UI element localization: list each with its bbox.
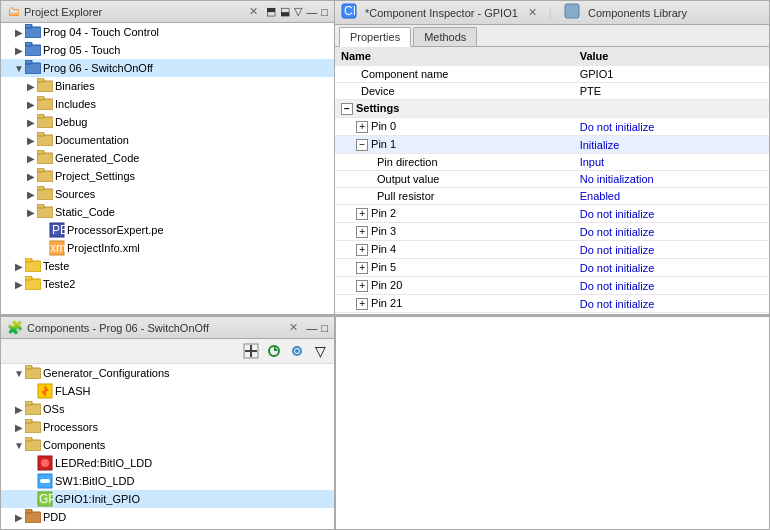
toggle[interactable]: ▶ [25, 207, 37, 218]
add-comp-button[interactable] [241, 341, 261, 361]
close-icon[interactable]: ✕ [249, 5, 258, 18]
folder-light-icon [37, 150, 53, 166]
tree-item-prog06[interactable]: ▼ Prog 06 - SwitchOnOff [1, 59, 334, 77]
toggle[interactable]: ▶ [13, 279, 25, 290]
toolbar-icon2[interactable]: ⬓ [280, 5, 290, 18]
svg-rect-18 [37, 189, 53, 200]
tree-item-processors[interactable]: ▶ Processors [1, 418, 334, 436]
toggle[interactable]: ▶ [25, 189, 37, 200]
table-row[interactable]: +Pin 21 Do not initialize [335, 295, 769, 313]
toggle[interactable]: ▶ [13, 45, 25, 56]
tree-item-led[interactable]: LEDRed:BitIO_LDD [1, 454, 334, 472]
toggle[interactable]: ▶ [13, 27, 25, 38]
tree-item-project-settings[interactable]: ▶ Project_Settings [1, 167, 334, 185]
tree-label: Prog 05 - Touch [43, 44, 120, 56]
comp-toolbar-icon2[interactable]: □ [321, 322, 328, 334]
toggle[interactable]: ▼ [13, 440, 25, 451]
toolbar-icon4[interactable]: — [306, 6, 317, 18]
subsection-toggle-pin4[interactable]: + [356, 244, 368, 256]
prop-name: +Pin 5 [335, 259, 574, 277]
tree-item-static-code[interactable]: ▶ Static_Code [1, 203, 334, 221]
close-inspector-icon[interactable]: ✕ [528, 6, 537, 19]
toggle[interactable]: ▼ [13, 368, 25, 379]
prop-value: Do not initialize [574, 205, 769, 223]
tree-item-gen-conf[interactable]: ▼ Generator_Configurations [1, 364, 334, 382]
table-row[interactable]: −Pin 1 Initialize [335, 136, 769, 154]
components-toolbar: ▽ [1, 339, 334, 364]
table-row[interactable]: Output value No initialization [335, 171, 769, 188]
toggle[interactable]: ▼ [13, 63, 25, 74]
bottom-row: 🧩 Components - Prog 06 - SwitchOnOff ✕ —… [0, 315, 770, 530]
subsection-toggle-pin21[interactable]: + [356, 298, 368, 310]
toggle[interactable]: ▶ [25, 99, 37, 110]
tree-item-teste[interactable]: ▶ Teste [1, 257, 334, 275]
table-row[interactable]: +Pin 22 Do not initialize [335, 313, 769, 315]
toolbar-icon3[interactable]: ▽ [294, 5, 302, 18]
table-row[interactable]: +Pin 2 Do not initialize [335, 205, 769, 223]
table-row[interactable]: Component name GPIO1 [335, 66, 769, 83]
subsection-toggle-pin2[interactable]: + [356, 208, 368, 220]
toolbar-icon1[interactable]: ⬒ [266, 5, 276, 18]
table-row[interactable]: +Pin 4 Do not initialize [335, 241, 769, 259]
table-row[interactable]: +Pin 0 Do not initialize [335, 118, 769, 136]
tab-methods[interactable]: Methods [413, 27, 477, 46]
svg-rect-11 [37, 114, 44, 118]
tree-item-documentation[interactable]: ▶ Documentation [1, 131, 334, 149]
settings-comp-button[interactable] [287, 341, 307, 361]
table-row[interactable]: Pull resistor Enabled [335, 188, 769, 205]
toggle[interactable]: ▶ [25, 81, 37, 92]
project-icon: 🗂 [7, 4, 20, 19]
table-row[interactable]: Pin direction Input [335, 154, 769, 171]
tree-item-components[interactable]: ▼ Components [1, 436, 334, 454]
toggle[interactable]: ▶ [13, 422, 25, 433]
ci-header: CI *Component Inspector - GPIO1 ✕ | Comp… [335, 1, 769, 25]
tree-item-debug[interactable]: ▶ Debug [1, 113, 334, 131]
subsection-toggle-pin1[interactable]: − [356, 139, 368, 151]
subsection-toggle-pin20[interactable]: + [356, 280, 368, 292]
components-panel: 🧩 Components - Prog 06 - SwitchOnOff ✕ —… [0, 316, 335, 530]
tree-item-teste2[interactable]: ▶ Teste2 [1, 275, 334, 293]
prop-name: Component name [335, 66, 574, 83]
table-row[interactable]: +Pin 20 Do not initialize [335, 277, 769, 295]
prop-value: PTE [574, 83, 769, 100]
tree-item-sw1[interactable]: SW1:BitIO_LDD [1, 472, 334, 490]
close-comp-icon[interactable]: ✕ [289, 321, 298, 334]
table-row[interactable]: Device PTE [335, 83, 769, 100]
tree-item-includes[interactable]: ▶ Includes [1, 95, 334, 113]
toggle[interactable]: ▶ [25, 171, 37, 182]
tree-item-sources[interactable]: ▶ Sources [1, 185, 334, 203]
comp-toolbar-icon1[interactable]: — [306, 322, 317, 334]
subsection-toggle-pin3[interactable]: + [356, 226, 368, 238]
tree-item-prog04[interactable]: ▶ Prog 04 - Touch Control [1, 23, 334, 41]
refresh-comp-button[interactable] [264, 341, 284, 361]
menu-comp-button[interactable]: ▽ [310, 341, 330, 361]
tree-item-pe[interactable]: PE ProcessorExpert.pe [1, 221, 334, 239]
table-row[interactable]: +Pin 3 Do not initialize [335, 223, 769, 241]
prop-value: Do not initialize [574, 223, 769, 241]
tree-item-projectinfo[interactable]: xml ProjectInfo.xml [1, 239, 334, 257]
section-toggle-settings[interactable]: − [341, 103, 353, 115]
toggle[interactable]: ▶ [25, 135, 37, 146]
tree-item-oss[interactable]: ▶ OSs [1, 400, 334, 418]
inspector-title: *Component Inspector - GPIO1 [365, 7, 518, 19]
toggle[interactable]: ▶ [13, 512, 25, 523]
toggle[interactable]: ▶ [13, 404, 25, 415]
tree-item-pdd[interactable]: ▶ PDD [1, 508, 334, 526]
table-row[interactable]: +Pin 5 Do not initialize [335, 259, 769, 277]
tab-properties[interactable]: Properties [339, 27, 411, 47]
toggle[interactable]: ▶ [25, 153, 37, 164]
folder-blue-icon [25, 24, 41, 40]
subsection-toggle-pin5[interactable]: + [356, 262, 368, 274]
toggle[interactable]: ▶ [13, 261, 25, 272]
tree-item-generated-code[interactable]: ▶ Generated_Code [1, 149, 334, 167]
folder-light-icon [25, 401, 41, 417]
folder-blue-icon [25, 42, 41, 58]
tree-item-prog05[interactable]: ▶ Prog 05 - Touch [1, 41, 334, 59]
tree-item-flash[interactable]: FLASH [1, 382, 334, 400]
tree-item-gpio1[interactable]: GP GPIO1:Init_GPIO [1, 490, 334, 508]
subsection-toggle-pin0[interactable]: + [356, 121, 368, 133]
toolbar-icon5[interactable]: □ [321, 6, 328, 18]
toggle[interactable]: ▶ [25, 117, 37, 128]
tree-item-binaries[interactable]: ▶ Binaries [1, 77, 334, 95]
section-row-settings[interactable]: −Settings [335, 100, 769, 118]
